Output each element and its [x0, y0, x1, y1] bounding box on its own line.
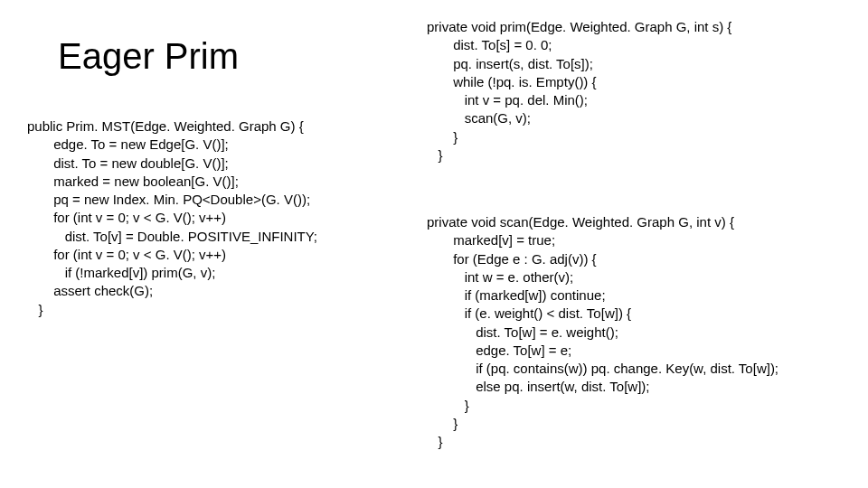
constructor-code: public Prim. MST(Edge. Weighted. Graph G… — [27, 117, 317, 319]
slide-title: Eager Prim — [58, 36, 239, 77]
prim-method-code: private void prim(Edge. Weighted. Graph … — [427, 18, 731, 164]
scan-method-code: private void scan(Edge. Weighted. Graph … — [427, 213, 778, 451]
